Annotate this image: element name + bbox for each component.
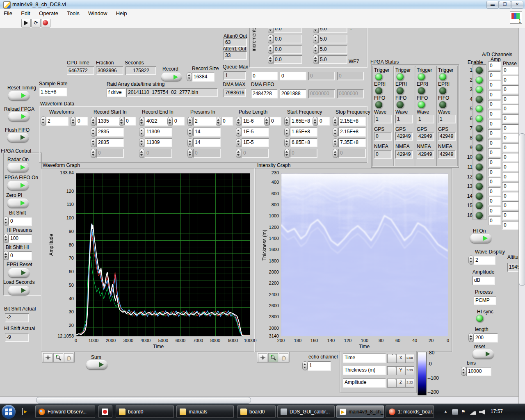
ad-enable-led-5[interactable] [475, 105, 483, 113]
wd-value-spinner-2-1[interactable] [188, 128, 192, 136]
bit-shift-input[interactable]: 0 [9, 217, 32, 226]
wave-display-spinner[interactable] [469, 256, 473, 264]
ad-amp-value-2[interactable]: 0 [488, 81, 500, 89]
wd-value-0-1[interactable]: 2835 [96, 128, 123, 136]
pan-tool-button[interactable] [279, 353, 288, 362]
wd-index-spinner-0[interactable] [71, 117, 75, 126]
amplitude-mode-input[interactable]: dB [472, 276, 495, 285]
ad-phase-value-13[interactable]: 0 [502, 192, 519, 200]
wf-col-a-value-3[interactable]: 0.0 [273, 55, 302, 64]
z-autoscale-button[interactable]: Z [396, 379, 405, 388]
wd-value-5-0[interactable]: 2.15E+8 [338, 117, 365, 126]
ad-amp-value-8[interactable]: 0 [488, 139, 500, 147]
raid-drive-input[interactable]: f drive [107, 88, 126, 97]
record-size-spinner[interactable] [187, 73, 192, 81]
sample-rate-input[interactable]: 1.5E+8 [39, 88, 67, 96]
ad-enable-led-3[interactable] [475, 86, 483, 94]
process-input[interactable]: PCMP [474, 296, 496, 305]
y-scale-name[interactable]: Thickness (m) [343, 366, 386, 375]
reset-button[interactable] [472, 349, 494, 358]
x-autoscale-button[interactable]: X [396, 354, 405, 363]
wd-value-spinner-3-3[interactable] [236, 149, 241, 158]
hi-presums-input[interactable]: 100 [9, 234, 32, 243]
wd-value-2-1[interactable]: 14 [193, 128, 220, 136]
ad-amp-value-9[interactable]: 0 [488, 148, 500, 157]
echo-channel-input[interactable]: 1 [308, 361, 331, 370]
wd-value-0-2[interactable]: 2835 [96, 138, 123, 147]
wf-col-b-value-3[interactable]: 5.0 [318, 55, 347, 64]
fpga-fifo-on-button[interactable] [7, 181, 29, 190]
wd-value-spinner-0-3[interactable] [91, 149, 96, 158]
taskbar-button-forward-observ-[interactable]: Forward Observ... [35, 405, 95, 418]
wd-value-spinner-3-0[interactable] [236, 117, 241, 126]
zoom-tool-button[interactable] [268, 353, 278, 362]
ad-amp-value-4[interactable]: 0 [488, 100, 500, 108]
waveforms-input[interactable]: 2 [46, 117, 68, 126]
wd-index-0[interactable]: 0 [76, 117, 87, 125]
reload-fpga-button[interactable] [8, 112, 30, 121]
z-scale-name[interactable]: Amplitude [343, 378, 386, 387]
wave-display-input[interactable]: 2 [474, 256, 495, 265]
run-continuous-button[interactable]: ⟳ [31, 19, 41, 27]
ad-amp-value-0[interactable]: 0 [488, 62, 500, 70]
ad-amp-value-12[interactable]: 0 [488, 178, 500, 186]
wd-value-3-1[interactable]: 1E-5 [242, 128, 269, 136]
ad-phase-value-9[interactable]: 0 [502, 153, 519, 161]
wd-value-spinner-1-1[interactable] [139, 128, 144, 136]
wd-value-spinner-4-3[interactable] [285, 149, 289, 158]
taskbar-button-red-app[interactable] [98, 405, 112, 418]
wd-value-spinner-3-2[interactable] [236, 139, 241, 147]
cursor-tool-button[interactable] [258, 353, 267, 362]
ad-phase-value-5[interactable]: 0 [502, 114, 519, 123]
wd-value-2-2[interactable]: 14 [193, 138, 220, 147]
ad-enable-led-8[interactable] [475, 134, 483, 142]
length-spinner[interactable] [469, 333, 473, 342]
ad-phase-value-7[interactable]: 0 [502, 134, 519, 142]
ad-enable-led-9[interactable] [475, 144, 483, 152]
ad-phase-value-6[interactable]: 0 [502, 124, 519, 132]
ad-amp-value-1[interactable]: 0 [488, 71, 500, 80]
wd-index-4[interactable]: 0 [269, 117, 281, 125]
cursor-tool-button[interactable] [43, 353, 52, 362]
sum-button[interactable] [86, 360, 107, 369]
wd-value-spinner-2-0[interactable] [188, 117, 192, 126]
ad-enable-led-11[interactable] [475, 163, 483, 171]
length-input[interactable]: 200 [474, 333, 498, 342]
intensity-color-scale[interactable] [418, 352, 427, 395]
ad-enable-led-4[interactable] [475, 96, 483, 103]
wf-col-b-spinner-2[interactable] [313, 45, 318, 53]
ad-amp-value-14[interactable]: 0 [488, 197, 500, 205]
tray-expand-icon[interactable]: ▲ [444, 409, 447, 413]
z-format-button[interactable]: 2.22 [405, 379, 414, 388]
wd-value-spinner-4-0[interactable] [285, 117, 289, 126]
wd-index-spinner-2[interactable] [168, 117, 172, 126]
ad-enable-led-14[interactable] [475, 192, 483, 200]
wd-value-spinner-4-1[interactable] [285, 128, 289, 136]
wd-value-5-1[interactable]: 2.15E+8 [338, 128, 365, 136]
wf-col-b-value-1[interactable]: 5.0 [318, 35, 347, 43]
tray-device-icon[interactable] [452, 409, 458, 415]
ad-amp-value-13[interactable]: 0 [488, 187, 500, 196]
wd-value-spinner-0-1[interactable] [91, 128, 96, 136]
ad-phase-value-0[interactable]: 0 [502, 66, 519, 74]
abort-button[interactable] [41, 19, 50, 27]
run-button[interactable] [21, 19, 31, 27]
ad-phase-value-10[interactable]: 0 [502, 163, 519, 171]
ad-phase-value-15[interactable]: 0 [502, 211, 519, 219]
wd-value-4-1[interactable]: 1.65E+8 [290, 128, 317, 136]
tray-volume-icon[interactable] [479, 409, 485, 415]
wd-index-spinner-5[interactable] [313, 117, 317, 126]
pan-tool-button[interactable] [64, 353, 73, 362]
horizontal-scrollbar-thumb[interactable] [36, 397, 251, 404]
ad-enable-led-10[interactable] [475, 153, 483, 161]
bit-shift-hi-spinner[interactable] [4, 251, 8, 260]
ad-phase-value-11[interactable]: 0 [502, 173, 519, 181]
x-format-button[interactable]: 8.88 [405, 354, 414, 363]
flush-fifo-button[interactable] [7, 133, 29, 142]
wd-value-spinner-4-2[interactable] [285, 139, 289, 147]
x-scale-name[interactable]: Time [343, 354, 386, 363]
taskbar-button-manuals[interactable]: manuals [176, 405, 234, 418]
ad-amp-value-6[interactable]: 0 [488, 120, 500, 128]
wd-value-spinner-2-3[interactable] [188, 149, 192, 158]
taskbar-button-board0[interactable]: board0 [116, 405, 174, 418]
